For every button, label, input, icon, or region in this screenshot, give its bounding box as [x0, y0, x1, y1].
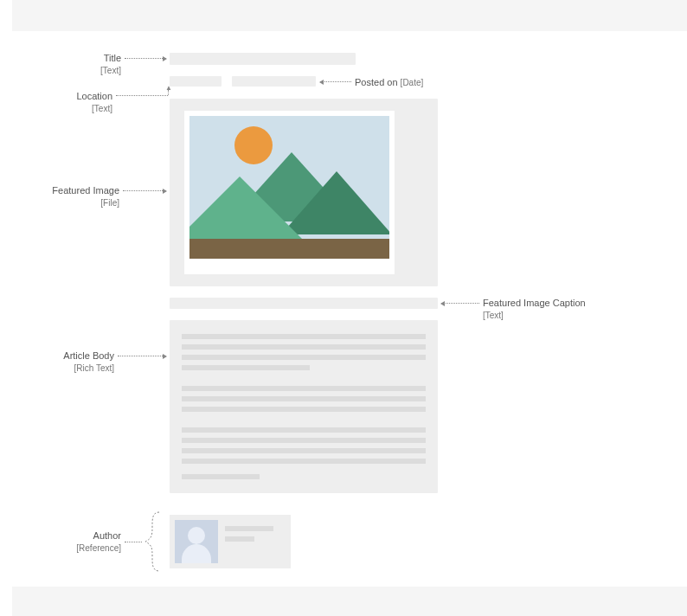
label-postedon-name: Posted on: [355, 77, 398, 87]
label-location: Location [Text]: [61, 90, 112, 115]
label-postedon-type: [Date]: [401, 78, 424, 87]
label-featured-image: Featured Image [File]: [33, 184, 119, 209]
label-title: Title [Text]: [69, 52, 121, 77]
author-brace-icon: [140, 510, 164, 573]
author-avatar: [175, 520, 218, 563]
label-postedon: Posted on [Date]: [355, 76, 423, 88]
label-article-body: Article Body [Rich Text]: [36, 350, 114, 375]
location-placeholder: [170, 76, 222, 87]
label-author-name: Author: [93, 530, 121, 541]
top-bar: [12, 0, 687, 31]
label-location-type: [Text]: [92, 104, 112, 113]
label-caption-name: Featured Image Caption: [483, 298, 586, 308]
label-featured-image-name: Featured Image: [52, 185, 119, 196]
label-article-body-type: [Rich Text]: [74, 363, 115, 373]
label-title-name: Title: [104, 53, 121, 63]
label-author: Author [Reference]: [52, 529, 121, 555]
label-article-body-name: Article Body: [63, 350, 114, 361]
label-caption: Featured Image Caption [Text]: [483, 297, 586, 322]
featured-image-illustration: [184, 111, 395, 274]
bottom-bar: [12, 587, 687, 616]
label-caption-type: [Text]: [483, 311, 504, 320]
diagram-container: Title [Text] Location [Text] ▲ Posted on…: [0, 0, 687, 616]
label-title-type: [Text]: [100, 66, 121, 75]
title-placeholder: [170, 53, 356, 65]
postedon-placeholder: [232, 76, 316, 87]
caption-placeholder: [170, 298, 438, 309]
label-featured-image-type: [File]: [100, 198, 119, 208]
label-author-type: [Reference]: [76, 543, 121, 553]
label-location-name: Location: [76, 91, 112, 101]
